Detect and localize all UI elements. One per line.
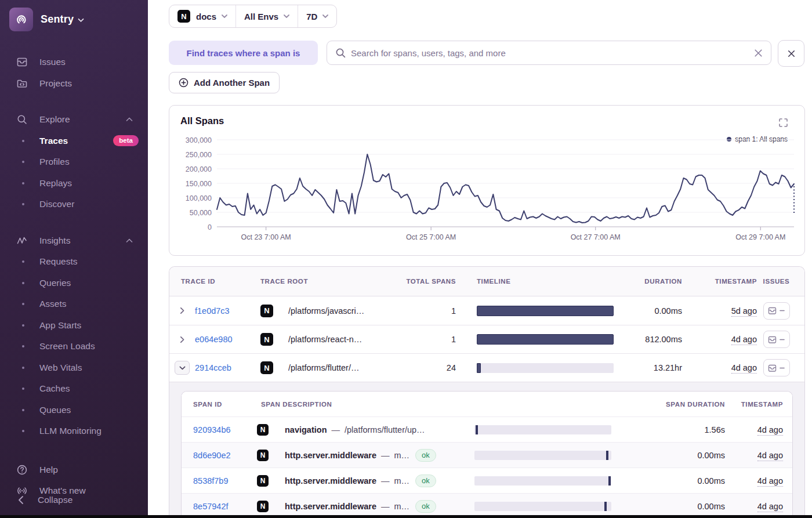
span-desc-separator: — — [381, 476, 390, 486]
span-timestamp[interactable]: 4d ago — [757, 502, 783, 512]
timeline-track — [477, 363, 614, 373]
caret-down-icon — [322, 15, 328, 18]
span-id-link[interactable]: 8538f7b9 — [193, 476, 228, 486]
svg-text:300,000: 300,000 — [186, 136, 212, 144]
sidebar-item-queues[interactable]: Queues — [0, 400, 148, 421]
bullet-icon — [22, 260, 24, 263]
sidebar-item-help[interactable]: Help — [0, 459, 148, 481]
sidebar-item-label: Discover — [39, 199, 74, 209]
span-timestamp[interactable]: 4d ago — [757, 451, 783, 461]
header-timestamp: TIMESTAMP — [682, 278, 757, 285]
sidebar-collapse-button[interactable]: Collapse — [0, 490, 148, 510]
add-another-span-label: Add Another Span — [194, 78, 270, 88]
project-selector[interactable]: N docs — [169, 5, 235, 27]
span-search-input[interactable] — [351, 48, 748, 58]
sentry-traces-app: Sentry IssuesProjectsExploreTracesbetaPr… — [0, 0, 812, 518]
span-desc-separator: — — [332, 425, 340, 434]
sidebar-item-issues[interactable]: Issues — [0, 52, 148, 73]
clear-search-icon[interactable] — [753, 48, 764, 59]
header-trace-id: TRACE ID — [181, 278, 260, 285]
sidebar-item-app-starts[interactable]: App Starts — [0, 315, 148, 336]
svg-text:0: 0 — [208, 223, 212, 231]
svg-text:150,000: 150,000 — [186, 180, 212, 188]
expand-trace-button[interactable] — [180, 307, 185, 314]
sidebar-item-profiles[interactable]: Profiles — [0, 151, 148, 173]
span-table: SPAN ID SPAN DESCRIPTION SPAN DURATION T… — [181, 391, 793, 518]
sidebar-item-projects[interactable]: Projects — [0, 73, 148, 95]
trace-root: /platforms/javascri… — [288, 306, 364, 316]
add-another-span-button[interactable]: Add Another Span — [169, 72, 280, 93]
close-icon — [786, 49, 796, 59]
trace-timestamp[interactable]: 4d ago — [731, 363, 757, 374]
sidebar-item-label: Projects — [39, 78, 72, 89]
span-id-link[interactable]: 8d6e90e2 — [193, 451, 231, 460]
project-name: docs — [196, 12, 216, 21]
screen-bottom-edge — [0, 515, 812, 518]
remove-span-filter-button[interactable] — [778, 40, 804, 67]
caret-down-icon — [284, 15, 289, 18]
span-row: 8d6e90e2Nhttp.server.middleware—m…ok0.00… — [182, 442, 792, 468]
section-label: Explore — [39, 114, 126, 125]
issues-button[interactable] — [763, 302, 790, 320]
sidebar-item-caches[interactable]: Caches — [0, 378, 148, 400]
sidebar-item-requests[interactable]: Requests — [0, 251, 148, 273]
trace-timestamp[interactable]: 4d ago — [731, 335, 757, 345]
chevron-right-icon — [180, 336, 185, 343]
span-timeline-tick — [604, 502, 607, 511]
issues-button[interactable] — [763, 359, 790, 376]
trace-id-link[interactable]: e064e980 — [195, 335, 233, 344]
minus-icon — [780, 367, 785, 369]
org-switcher[interactable]: Sentry — [0, 0, 148, 32]
span-id-link[interactable]: 8e57942f — [193, 502, 228, 511]
issues-icon — [768, 335, 777, 344]
date-range-selector[interactable]: 7D — [298, 5, 336, 27]
bullet-icon — [22, 303, 24, 305]
nextjs-icon: N — [257, 475, 269, 487]
span-desc-separator: — — [381, 451, 390, 460]
span-timeline-track — [474, 502, 611, 511]
trace-root: /platforms/react-n… — [288, 335, 362, 344]
span-row: 8e57942fNhttp.server.middleware—m…ok0.00… — [182, 493, 792, 518]
span-timestamp[interactable]: 4d ago — [757, 425, 783, 436]
sidebar-section-header-insights[interactable]: Insights — [0, 230, 148, 252]
trace-row: e064e980N/platforms/react-n…1812.00ms4d … — [169, 325, 804, 353]
bullet-icon — [22, 203, 24, 205]
sidebar-item-queries[interactable]: Queries — [0, 273, 148, 294]
trace-duration: 13.21hr — [654, 363, 682, 372]
sidebar-item-discover[interactable]: Discover — [0, 194, 148, 215]
sidebar-item-label: Replays — [39, 178, 72, 189]
trace-id-link[interactable]: 2914cceb — [195, 363, 231, 372]
span-timestamp[interactable]: 4d ago — [757, 476, 783, 487]
trace-id-link[interactable]: f1e0d7c3 — [195, 306, 230, 316]
span-timeline-track — [474, 425, 611, 434]
header-timeline: TIMELINE — [477, 278, 614, 285]
span-description: m… — [394, 502, 409, 511]
find-traces-chip[interactable]: Find traces where a span is — [169, 41, 318, 65]
svg-text:Oct 29 7:00 AM: Oct 29 7:00 AM — [735, 233, 785, 241]
environment-selector[interactable]: All Envs — [235, 5, 298, 27]
expand-trace-button[interactable] — [180, 336, 185, 343]
bullet-icon — [22, 161, 24, 163]
span-duration: 0.00ms — [697, 476, 725, 486]
collapse-trace-button[interactable] — [175, 361, 190, 375]
environment-value: All Envs — [244, 12, 278, 21]
sidebar-item-assets[interactable]: Assets — [0, 294, 148, 315]
nextjs-icon: N — [260, 361, 273, 374]
sidebar-item-screen-loads[interactable]: Screen Loads — [0, 336, 148, 357]
sidebar-item-traces[interactable]: Tracesbeta — [0, 131, 148, 152]
span-status-badge: ok — [415, 474, 436, 487]
bullet-icon — [22, 430, 24, 432]
sidebar-item-llm-monitoring[interactable]: LLM Monitoring — [0, 421, 148, 442]
sidebar-item-web-vitals[interactable]: Web Vitals — [0, 357, 148, 379]
sidebar-item-label: Queries — [39, 278, 71, 288]
span-id-link[interactable]: 920934b6 — [193, 425, 231, 434]
traces-table-body: f1e0d7c3N/platforms/javascri…10.00ms5d a… — [169, 296, 804, 382]
sidebar-section-header-explore[interactable]: Explore — [0, 109, 148, 131]
issues-button[interactable] — [763, 331, 790, 348]
total-spans: 1 — [451, 306, 456, 316]
span-description: m… — [394, 451, 409, 460]
sidebar-item-replays[interactable]: Replays — [0, 173, 148, 194]
trace-timestamp[interactable]: 5d ago — [731, 306, 757, 317]
collapse-label: Collapse — [38, 495, 72, 505]
sidebar-item-label: Caches — [39, 383, 70, 394]
